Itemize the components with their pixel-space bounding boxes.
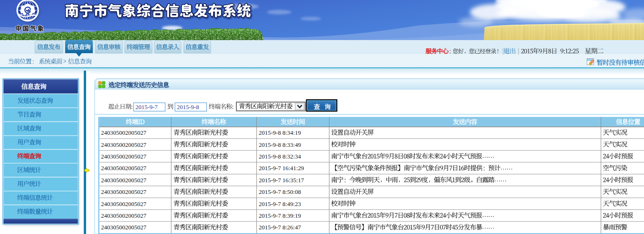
svg-text:2015-9-7 8:26:47: 2015-9-7 8:26:47 [259,224,301,231]
svg-text:2015-9-8 8:32:34: 2015-9-8 8:32:34 [259,153,301,160]
svg-text:240305002005027: 240305002005027 [101,165,147,172]
svg-text:2015-9-7 8:49:23: 2015-9-7 8:49:23 [259,200,301,207]
svg-text:240305002005027: 240305002005027 [101,200,147,207]
svg-text:2015-9-7 8:50:08: 2015-9-7 8:50:08 [259,188,301,195]
svg-text:240305002005027: 240305002005027 [101,188,147,195]
svg-text:2015-9-8: 2015-9-8 [177,103,199,110]
svg-text:2015-9-7 8:39:19: 2015-9-7 8:39:19 [259,212,301,219]
svg-text:2015-9-7: 2015-9-7 [135,103,158,110]
svg-text:240305002005027: 240305002005027 [101,141,147,148]
svg-text:2015-9-8 8:33:49: 2015-9-8 8:33:49 [259,141,301,148]
svg-text:2015-9-7 16:41:29: 2015-9-7 16:41:29 [259,165,304,172]
svg-text:240305002005027: 240305002005027 [101,153,147,160]
svg-text:2015-9-8 8:34:19: 2015-9-8 8:34:19 [259,129,301,136]
svg-text:240305002005027: 240305002005027 [101,129,147,136]
svg-text:240305002005027: 240305002005027 [101,177,147,184]
svg-text:240305002005027: 240305002005027 [101,212,147,219]
svg-text:240305002005027: 240305002005027 [101,224,147,231]
svg-text:2015-9-7 16:35:17: 2015-9-7 16:35:17 [259,177,304,184]
